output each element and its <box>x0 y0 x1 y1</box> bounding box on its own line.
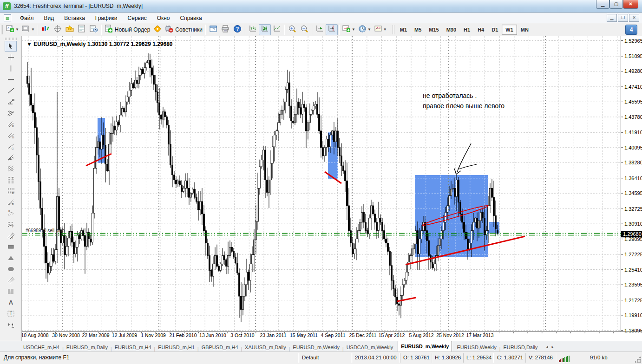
tool-hline-icon[interactable] <box>5 74 17 85</box>
timeframe-M30[interactable]: M30 <box>443 25 460 35</box>
tab-GBPUSD_m,H4[interactable]: GBPUSD_m,H4 <box>199 343 241 351</box>
tool-label-icon[interactable]: T <box>5 308 17 319</box>
chart-line-button[interactable] <box>271 24 283 35</box>
tool-angle-icon[interactable] <box>5 97 17 107</box>
tab-EURUSD_m,Weekly-active[interactable]: EURUSD_m,Weekly <box>398 341 452 351</box>
tool-channel-e-icon[interactable]: E <box>5 119 17 130</box>
tool-fibo-channel-icon[interactable]: F <box>5 219 17 230</box>
svg-text:F: F <box>8 210 10 213</box>
tab-EURUSD,Weekly[interactable]: EURUSD,Weekly <box>454 343 499 351</box>
mdi-minimize-button[interactable]: ▁ <box>607 14 617 22</box>
tool-vline-icon[interactable] <box>5 63 17 74</box>
tool-trendline-icon[interactable] <box>5 85 17 96</box>
status-c: C: 1.30271 <box>494 353 525 363</box>
svg-text:17 Mar 2013: 17 Mar 2013 <box>466 332 494 338</box>
menu-Файл[interactable]: Файл <box>15 13 39 23</box>
profiles-button[interactable]: ▼ <box>20 24 36 35</box>
timeframe-MN[interactable]: MN <box>517 25 532 35</box>
menu-Сервис[interactable]: Сервис <box>123 13 152 23</box>
market-watch-button[interactable] <box>39 24 52 35</box>
tab-EURUSD_m,H1[interactable]: EURUSD_m,H1 <box>155 343 197 351</box>
tool-fibo-expansion-icon[interactable]: F <box>5 230 17 241</box>
timeframe-M15[interactable]: M15 <box>425 25 442 35</box>
tab-EURUSD_m,Weekly[interactable]: EURUSD_m,Weekly <box>290 343 342 351</box>
tool-fibo-fan-icon[interactable]: F <box>5 197 17 208</box>
chart-shift-icon <box>328 25 336 35</box>
tool-triangle-icon[interactable] <box>5 253 17 263</box>
svg-text:4 Sep 2011: 4 Sep 2011 <box>321 332 346 338</box>
tool-fibo-arc-icon[interactable]: F <box>5 208 17 219</box>
mdi-close-button[interactable]: ✕ <box>629 14 639 22</box>
zoom-in-button[interactable] <box>286 24 298 35</box>
tab-EURUSD_m,Daily[interactable]: EURUSD_m,Daily <box>64 343 111 351</box>
tool-gann-line-icon[interactable]: G <box>5 141 17 152</box>
navigator-button[interactable] <box>52 24 64 35</box>
mdi-restore-button[interactable]: ❐ <box>618 14 628 22</box>
chart-shift-button[interactable] <box>326 24 338 35</box>
timeframe-M5[interactable]: M5 <box>411 25 425 35</box>
tool-parallel-icon[interactable] <box>5 275 17 286</box>
new-chart-button[interactable]: ▼ <box>5 24 20 35</box>
timeframe-H1[interactable]: H1 <box>460 25 474 35</box>
tab-EURUSD_m,H4[interactable]: EURUSD_m,H4 <box>112 343 154 351</box>
periods-button[interactable]: ▼ <box>357 24 373 35</box>
tool-fibo-time-icon[interactable]: F <box>5 186 17 196</box>
tool-text-icon[interactable]: A <box>5 297 17 308</box>
sell-stop-label: #6698910 sell stop <box>26 228 65 233</box>
chart-area[interactable]: #6698910 sell stopне отработалась .право… <box>22 36 642 341</box>
expert-advisors-button[interactable]: Советники <box>164 24 204 35</box>
favorites-button[interactable] <box>64 24 76 35</box>
close-button[interactable]: ✕ <box>623 0 638 9</box>
tool-channel-d-icon[interactable]: D <box>5 130 17 141</box>
menu-Графики[interactable]: Графики <box>90 13 123 23</box>
chart-candles-button[interactable] <box>259 24 271 35</box>
svg-text:22 Mar 2009: 22 Mar 2009 <box>82 332 110 338</box>
chart-bars-button[interactable] <box>247 24 259 35</box>
menu-Окно[interactable]: Окно <box>152 13 175 23</box>
svg-text:1.25410: 1.25410 <box>624 267 642 273</box>
svg-text:12 Jul 2009: 12 Jul 2009 <box>112 332 137 338</box>
tool-arrows-icon[interactable] <box>5 319 17 330</box>
tab-scroll-arrows[interactable]: ◂▸ <box>546 344 557 349</box>
menu-Вид[interactable]: Вид <box>39 13 59 23</box>
svg-text:G: G <box>12 147 14 150</box>
tool-vert-grid-icon[interactable] <box>5 286 17 297</box>
minimize-button[interactable]: ▁ <box>596 0 609 9</box>
indicators-button[interactable]: ▼ <box>341 24 357 35</box>
zoom-out-button[interactable] <box>298 24 310 35</box>
tab-USDCAD_m,Weekly[interactable]: USDCAD_m,Weekly <box>344 343 396 351</box>
timeframe-M1[interactable]: M1 <box>396 25 411 35</box>
tab-USDCHF_m,H4[interactable]: USDCHF_m,H4 <box>20 343 62 351</box>
strategy-tester-button[interactable] <box>88 24 100 35</box>
tool-gann-grid-icon[interactable] <box>5 163 17 174</box>
tab-EURUSD,Daily[interactable]: EURUSD,Daily <box>500 343 540 351</box>
expert-advisors-icon <box>165 25 173 35</box>
tool-gann-fan-icon[interactable] <box>5 152 17 163</box>
help-button[interactable]: ? <box>231 24 243 35</box>
tool-pointer-icon[interactable] <box>5 41 17 52</box>
tool-fibo-icon[interactable]: F <box>5 175 17 185</box>
timeframe-H4[interactable]: H4 <box>474 25 488 35</box>
timeframe-D1[interactable]: D1 <box>488 25 502 35</box>
menu-Вставка[interactable]: Вставка <box>59 13 90 23</box>
tool-cycles-icon[interactable] <box>5 108 17 118</box>
community-chat-button[interactable]: 4 <box>625 25 637 35</box>
auto-scroll-button[interactable] <box>314 24 326 35</box>
print-button[interactable] <box>219 24 231 35</box>
timeframe-W1[interactable]: W1 <box>502 25 517 35</box>
tool-rectangle-icon[interactable] <box>5 241 17 252</box>
menu-Справка[interactable]: Справка <box>175 13 207 23</box>
maximize-button[interactable]: ▢ <box>609 0 623 9</box>
palette-drag-handle[interactable] <box>4 38 18 40</box>
zoom-in-icon <box>288 25 296 35</box>
tab-XAUUSD_m,Daily[interactable]: XAUUSD_m,Daily <box>242 343 289 351</box>
alerts-button[interactable] <box>151 24 164 35</box>
tool-ellipse-icon[interactable] <box>5 264 17 274</box>
help-icon: ? <box>233 25 242 35</box>
fullscreen-button[interactable] <box>207 24 219 35</box>
data-window-button[interactable] <box>76 24 88 35</box>
tool-crosshair-icon[interactable] <box>5 52 17 63</box>
templates-button[interactable]: ▼ <box>373 24 388 35</box>
resize-grip[interactable] <box>635 357 641 363</box>
new-order-button[interactable]: Новый Ордер <box>103 24 151 35</box>
